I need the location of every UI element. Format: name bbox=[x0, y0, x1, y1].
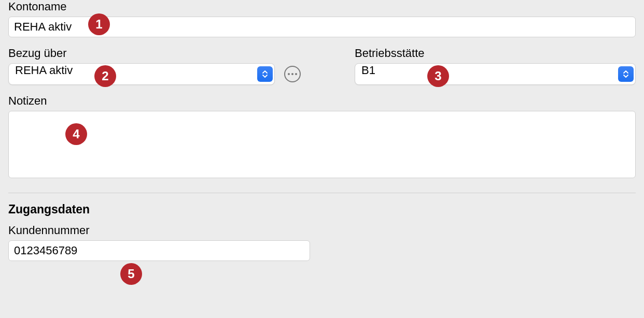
kundennummer-input[interactable] bbox=[8, 240, 310, 261]
zugangsdaten-title: Zugangsdaten bbox=[8, 203, 636, 216]
betriebsstaette-label: Betriebsstätte bbox=[355, 47, 636, 60]
kundennummer-group: Kundennummer bbox=[8, 224, 636, 261]
annotation-badge-5: 5 bbox=[120, 263, 142, 285]
section-divider bbox=[8, 193, 636, 193]
notizen-group: Notizen bbox=[8, 94, 636, 181]
annotation-badge-2: 2 bbox=[94, 65, 116, 87]
annotation-badge-4: 4 bbox=[65, 123, 87, 145]
betriebsstaette-group: Betriebsstätte B1 bbox=[355, 47, 636, 85]
betriebsstaette-select[interactable]: B1 bbox=[355, 63, 636, 85]
bezug-ueber-select-wrap: REHA aktiv bbox=[8, 63, 275, 85]
kundennummer-label: Kundennummer bbox=[8, 224, 636, 237]
annotation-badge-1: 1 bbox=[88, 13, 110, 35]
ellipsis-icon bbox=[288, 73, 297, 75]
notizen-label: Notizen bbox=[8, 94, 636, 108]
more-options-button[interactable] bbox=[284, 66, 301, 82]
bezug-ueber-select[interactable]: REHA aktiv bbox=[8, 63, 275, 85]
annotation-badge-3: 3 bbox=[427, 65, 449, 87]
betriebsstaette-select-wrap: B1 bbox=[355, 63, 636, 85]
bezug-ueber-group: Bezug über REHA aktiv bbox=[8, 47, 275, 85]
bezug-ueber-label: Bezug über bbox=[8, 47, 275, 60]
kontoname-label: Kontoname bbox=[8, 0, 636, 13]
notizen-textarea[interactable] bbox=[8, 111, 636, 178]
